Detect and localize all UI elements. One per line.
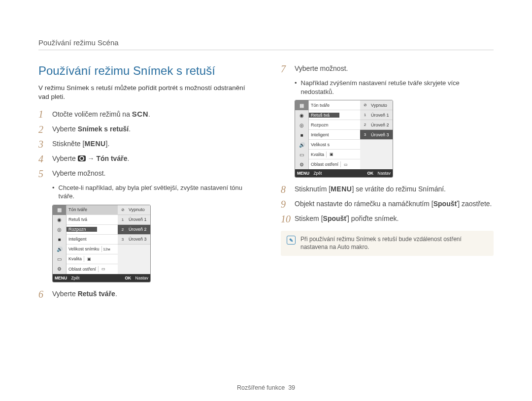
cammenu-sidebar: ▦ ◉ ◎ ■ 🔊 ▭ ⚙: [295, 100, 309, 169]
section-heading: Používání režimu Snímek s retuší: [38, 64, 251, 78]
level-1-icon: 1: [120, 216, 126, 222]
menu-icon: MENU: [84, 140, 105, 148]
step-text: Vyberte Snímek s retuší.: [52, 124, 251, 134]
note-icon: ✎: [287, 236, 296, 245]
step-number: 3: [38, 139, 52, 149]
step-5: 5 Vyberte možnost.: [38, 169, 251, 179]
step-number: 2: [38, 124, 52, 134]
side-icon-sound: 🔊: [53, 245, 66, 254]
side-icon-display: ▭: [53, 254, 66, 264]
page-footer: Rozšířené funkce 39: [0, 384, 532, 391]
step-7-bullet: • Například zvýšením nastavení retuše tv…: [295, 79, 494, 96]
camera-icon: [78, 155, 86, 161]
side-icon-settings: ⚙: [295, 159, 309, 169]
left-column: Používání režimu Snímek s retuší V režim…: [38, 64, 251, 304]
step-text: Objekt nastavte do rámečku a namáčknutím…: [295, 199, 494, 209]
header-title: Používání režimu Scéna: [38, 38, 119, 47]
side-icon-display: ▭: [295, 150, 309, 159]
step-text: Stiskem [Spoušť] pořiďte snímek.: [295, 214, 494, 223]
step-9: 9 Objekt nastavte do rámečku a namáčknut…: [281, 199, 494, 209]
step-text: Vyberte možnost.: [295, 64, 494, 73]
camera-menu-illustration-2: ▦ ◉ ◎ ■ 🔊 ▭ ⚙ Tón tváře Retuš tvá Rozpoz…: [295, 100, 393, 178]
step-text: Stisknutím [MENU] se vrátíte do režimu S…: [295, 185, 494, 194]
side-icon-camera: ◉: [53, 215, 66, 225]
step-number: 9: [281, 199, 295, 209]
step-3: 3 Stiskněte [MENU].: [38, 139, 251, 149]
note-box: ✎ Při používání režimu Snímek s retuší b…: [281, 231, 494, 256]
step-number: 1: [38, 109, 52, 119]
step-number: 7: [281, 64, 295, 74]
side-icon-scene: ▦: [53, 205, 66, 215]
step-number: 4: [38, 154, 52, 164]
step-1: 1 Otočte voličem režimů na SCN.: [38, 109, 251, 119]
side-icon-settings: ⚙: [53, 264, 66, 274]
cammenu-submenu: ⊘Vypnuto 1Úroveň 1 2Úroveň 2 3Úroveň 3: [118, 205, 150, 274]
note-text: Při používání režimu Snímek s retuší bud…: [300, 236, 488, 251]
side-icon-scene: ▦: [295, 100, 309, 110]
intro-text: V režimu Snímek s retuší můžete pořídit …: [38, 84, 251, 101]
bullet-dot: •: [295, 79, 297, 96]
side-icon-sound: 🔊: [295, 140, 309, 150]
level-2-icon: 2: [120, 226, 126, 232]
side-icon-video: ■: [295, 130, 309, 140]
step-number: 8: [281, 185, 295, 194]
level-off-icon: ⊘: [120, 207, 126, 213]
step-text: Vyberte Retuš tváře.: [52, 289, 251, 299]
step-text: Stiskněte [MENU].: [52, 139, 251, 149]
step-10: 10 Stiskem [Spoušť] pořiďte snímek.: [281, 214, 494, 224]
cammenu-footer: MENU Zpět OK Nastav: [295, 169, 393, 177]
step-text: Otočte voličem režimů na SCN.: [52, 109, 251, 119]
step-2: 2 Vyberte Snímek s retuší.: [38, 124, 251, 134]
level-off-icon: ⊘: [362, 102, 368, 108]
side-icon-video: ■: [53, 235, 66, 245]
page-header: Používání režimu Scéna: [38, 38, 494, 50]
step-text: Vyberte možnost.: [52, 169, 251, 178]
level-1-icon: 1: [362, 112, 368, 118]
cammenu-list: Tón tváře Retuš tvá Rozpozn Inteligent V…: [66, 205, 150, 274]
menu-icon: MENU: [331, 185, 352, 193]
level-2-icon: 2: [362, 122, 368, 128]
side-icon-camera2: ◎: [295, 120, 309, 130]
right-column: 7 Vyberte možnost. • Například zvýšením …: [281, 64, 494, 304]
level-3-icon: 3: [120, 236, 126, 242]
bullet-dot: •: [52, 184, 55, 201]
step-number: 10: [281, 214, 295, 224]
side-icon-camera2: ◎: [53, 225, 66, 235]
cammenu-footer: MENU Zpět OK Nastav: [53, 274, 150, 282]
content-columns: Používání režimu Snímek s retuší V režim…: [38, 64, 494, 304]
side-icon-camera: ◉: [295, 110, 309, 120]
cammenu-submenu: ⊘Vypnuto 1Úroveň 1 2Úroveň 2 3Úroveň 3: [360, 100, 393, 169]
step-5-bullet: • Chcete-li například, aby byla pleť svě…: [52, 184, 251, 201]
step-4: 4 Vyberte → Tón tváře.: [38, 154, 251, 164]
camera-menu-illustration-1: ▦ ◉ ◎ ■ 🔊 ▭ ⚙ Tón tváře Retuš tvá Rozpoz…: [52, 205, 151, 282]
step-8: 8 Stisknutím [MENU] se vrátíte do režimu…: [281, 185, 494, 194]
step-number: 5: [38, 169, 52, 179]
step-number: 6: [38, 289, 52, 299]
step-6: 6 Vyberte Retuš tváře.: [38, 289, 251, 299]
step-text: Vyberte → Tón tváře.: [52, 154, 251, 163]
step-7: 7 Vyberte možnost.: [281, 64, 494, 74]
scn-icon: SCN: [132, 110, 148, 118]
level-3-icon: 3: [362, 132, 368, 138]
cammenu-sidebar: ▦ ◉ ◎ ■ 🔊 ▭ ⚙: [53, 205, 66, 274]
